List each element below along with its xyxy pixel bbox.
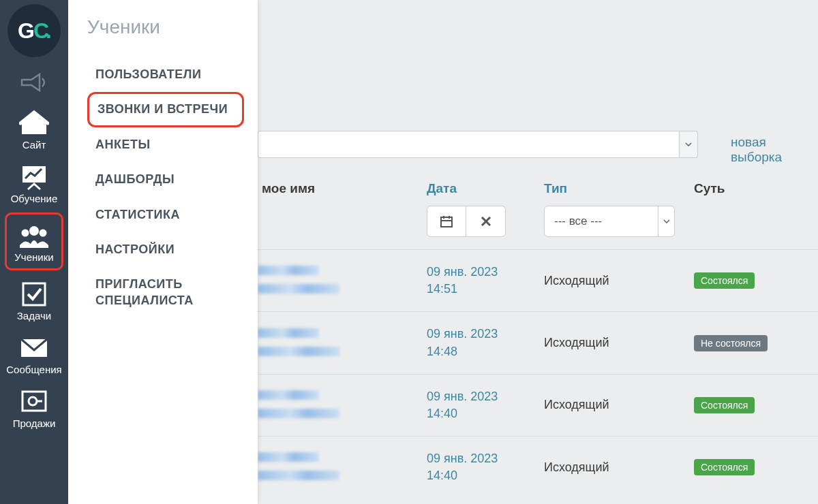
table-row[interactable]: 09 янв. 202314:40ИсходящийСостоялся [258, 374, 818, 436]
rail-item-students[interactable]: Ученики [5, 212, 63, 270]
table-row[interactable]: 09 янв. 202314:51ИсходящийСостоялся [258, 249, 818, 311]
cell-date[interactable]: 09 янв. 202314:40 [427, 450, 544, 484]
envelope-icon [20, 334, 48, 362]
redacted-name [258, 328, 319, 338]
chevron-down-icon [685, 142, 692, 146]
rail-item-learn[interactable]: Обучение [0, 156, 68, 210]
cell-date[interactable]: 09 янв. 202314:40 [427, 388, 544, 422]
rail-item-tasks[interactable]: Задачи [0, 273, 68, 327]
presentation-icon [20, 163, 48, 191]
svg-rect-4 [23, 283, 45, 305]
col-header-name[interactable]: мое имя [258, 181, 427, 196]
redacted-name [258, 347, 339, 356]
svg-point-1 [29, 226, 39, 236]
rail-label: Сайт [22, 139, 46, 151]
cell-name [258, 451, 427, 484]
close-icon [481, 216, 491, 227]
submenu-title: Ученики [87, 16, 258, 38]
table-body: 09 янв. 202314:51ИсходящийСостоялся09 ян… [258, 249, 818, 499]
cell-type: Исходящий [544, 336, 694, 350]
col-header-date[interactable]: Дата [427, 181, 544, 196]
status-badge: Состоялся [694, 397, 755, 413]
table-row[interactable]: 09 янв. 202314:40ИсходящийСостоялся [258, 436, 818, 498]
redacted-name [258, 284, 339, 294]
cell-result: Состоялся [694, 459, 818, 475]
megaphone-icon [20, 68, 48, 97]
date-filter-group [427, 206, 544, 237]
cell-date[interactable]: 09 янв. 202314:48 [427, 326, 544, 360]
date-picker-button[interactable] [427, 206, 466, 237]
cell-date[interactable]: 09 янв. 202314:51 [427, 264, 544, 298]
submenu-item-forms[interactable]: АНКЕТЫ [87, 127, 244, 162]
svg-point-2 [22, 230, 29, 237]
submenu-panel: Ученики ПОЛЬЗОВАТЕЛИ ЗВОНКИ И ВСТРЕЧИ АН… [68, 0, 258, 504]
svg-point-3 [40, 230, 47, 237]
cell-result: Состоялся [694, 397, 818, 413]
cell-result: Состоялся [694, 272, 818, 289]
submenu-item-invite[interactable]: ПРИГЛАСИТЬ СПЕЦИАЛИСТА [87, 267, 244, 318]
nav-rail: GC. Сайт Обучение Ученики [0, 0, 68, 504]
app-root: GC. Сайт Обучение Ученики [0, 0, 818, 504]
submenu-item-users[interactable]: ПОЛЬЗОВАТЕЛИ [87, 57, 244, 92]
checkbox-icon [20, 280, 48, 309]
filter-select-caret[interactable] [679, 131, 698, 158]
rail-item-sound[interactable] [0, 61, 68, 102]
content-area: новая выборка сбросить мое имя Дата Тип … [258, 0, 818, 504]
redacted-name [258, 266, 319, 275]
rail-item-messages[interactable]: Сообщения [0, 327, 68, 381]
safe-icon [20, 388, 48, 416]
cell-type: Исходящий [544, 460, 694, 475]
table-header: мое имя Дата Тип Суть [258, 170, 818, 206]
submenu-item-settings[interactable]: НАСТРОЙКИ [87, 232, 244, 267]
redacted-name [258, 471, 339, 480]
status-badge: Не состоялся [694, 335, 768, 351]
cell-name [258, 389, 427, 422]
type-filter-select[interactable]: --- все --- [544, 206, 675, 237]
cell-type: Исходящий [544, 274, 694, 288]
cell-name [258, 264, 427, 297]
submenu-item-dashboards[interactable]: ДАШБОРДЫ [87, 162, 244, 197]
rail-label: Ученики [14, 251, 53, 263]
rail-item-site[interactable]: Сайт [0, 102, 68, 156]
redacted-name [258, 409, 339, 418]
date-clear-button[interactable] [466, 206, 506, 237]
calls-table: мое имя Дата Тип Суть [258, 170, 818, 499]
rail-label: Продажи [13, 418, 56, 429]
type-filter-value: --- все --- [554, 215, 602, 228]
users-icon [18, 221, 50, 250]
rail-label: Обучение [11, 193, 58, 204]
cell-result: Не состоялся [694, 335, 818, 351]
col-header-result[interactable]: Суть [694, 181, 818, 196]
submenu-item-calls[interactable]: ЗВОНКИ И ВСТРЕЧИ [87, 92, 244, 127]
svg-point-7 [29, 397, 37, 405]
chevron-down-icon [658, 206, 674, 236]
status-badge: Состоялся [694, 459, 755, 475]
rail-item-sales[interactable]: Продажи [0, 381, 68, 435]
status-badge: Состоялся [694, 272, 755, 289]
cell-name [258, 327, 427, 360]
redacted-name [258, 390, 319, 400]
svg-rect-9 [441, 217, 452, 227]
col-header-type[interactable]: Тип [544, 181, 694, 196]
logo[interactable]: GC. [7, 4, 61, 57]
table-row[interactable]: 09 янв. 202314:48ИсходящийНе состоялся [258, 311, 818, 373]
filter-select[interactable] [258, 131, 697, 158]
rail-label: Сообщения [6, 364, 61, 375]
calendar-icon [440, 215, 453, 228]
table-filters-row: --- все --- [258, 206, 818, 249]
cell-type: Исходящий [544, 398, 694, 412]
rail-label: Задачи [17, 310, 51, 321]
link-new-selection[interactable]: новая выборка [731, 135, 818, 165]
redacted-name [258, 452, 319, 462]
submenu-item-stats[interactable]: СТАТИСТИКА [87, 198, 244, 232]
house-icon [19, 109, 49, 138]
